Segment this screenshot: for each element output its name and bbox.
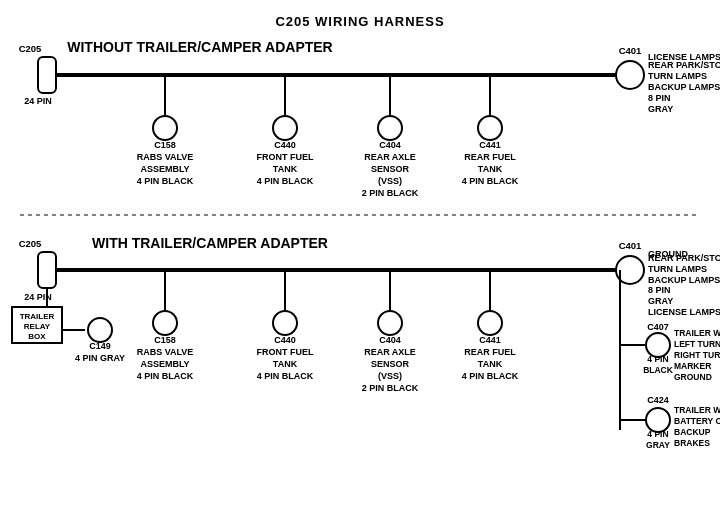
section1-c441-desc2: TANK <box>478 164 503 174</box>
section1-c440-desc3: 4 PIN BLACK <box>257 176 314 186</box>
section2-c424-id: C424 <box>647 395 669 405</box>
section1-right-desc1: REAR PARK/STOP <box>648 60 720 70</box>
section2-left-rect <box>38 252 56 288</box>
section1-c440-id: C440 <box>274 140 296 150</box>
section2-c440-circle <box>273 311 297 335</box>
section2-c407-desc2: LEFT TURN <box>674 339 720 349</box>
section2-right-license: LICENSE LAMPS <box>648 307 720 317</box>
section2-c424-desc2: BATTERY CHARGE <box>674 416 720 426</box>
section2-relay-label1: TRAILER <box>20 312 55 321</box>
section2-c407-pin: 4 PIN <box>647 354 668 364</box>
section1-c441-id: C441 <box>479 140 501 150</box>
section2-c158-desc3: 4 PIN BLACK <box>137 371 194 381</box>
section2-relay-box <box>12 307 62 343</box>
section2-c404-circle <box>378 311 402 335</box>
section1-right-color: GRAY <box>648 104 673 114</box>
section2-left-pin: 24 PIN <box>24 292 52 302</box>
section2-c158-id: C158 <box>154 335 176 345</box>
section1-c404-desc4: 2 PIN BLACK <box>362 188 419 198</box>
section1-c404-id: C404 <box>379 140 401 150</box>
section1-right-license: LICENSE LAMPS <box>648 52 720 62</box>
section2-right-id: C401 <box>619 240 642 251</box>
section2-c424-pin: 4 PIN <box>647 429 668 439</box>
section2-c158-desc1: RABS VALVE <box>137 347 194 357</box>
section1-c158-desc2: ASSEMBLY <box>140 164 189 174</box>
section2-c440-desc3: 4 PIN BLACK <box>257 371 314 381</box>
section2-c441-circle <box>478 311 502 335</box>
section1-c404-desc1: REAR AXLE <box>364 152 416 162</box>
section2-c424-desc4: BRAKES <box>674 438 710 448</box>
section1-c440-desc2: TANK <box>273 164 298 174</box>
section2-relay-label2: RELAY <box>24 322 51 331</box>
section1-c404-desc2: SENSOR <box>371 164 410 174</box>
section2-left-id: C205 <box>19 238 42 249</box>
section2-relay-label3: BOX <box>28 332 46 341</box>
section2-c158-desc2: ASSEMBLY <box>140 359 189 369</box>
section2-c149-pin: 4 PIN GRAY <box>75 353 125 363</box>
diagram-container: C205 WIRING HARNESS WITHOUT TRAILER/CAMP… <box>0 0 720 500</box>
section1-title: WITHOUT TRAILER/CAMPER ADAPTER <box>67 39 332 55</box>
section1-left-id: C205 <box>19 43 42 54</box>
section1-c158-circle <box>153 116 177 140</box>
section1-right-desc2: TURN LAMPS <box>648 71 707 81</box>
section2-right-circle <box>616 256 644 284</box>
section2-c407-color: BLACK <box>643 365 674 375</box>
section2-c404-desc2: SENSOR <box>371 359 410 369</box>
section1-c441-circle <box>478 116 502 140</box>
section2-c440-desc2: TANK <box>273 359 298 369</box>
section1-c441-desc1: REAR FUEL <box>464 152 516 162</box>
section2-right-color: GRAY <box>648 296 673 306</box>
section1-c441-desc3: 4 PIN BLACK <box>462 176 519 186</box>
section2-right-pin: 8 PIN <box>648 285 671 295</box>
section2-c424-desc3: BACKUP <box>674 427 711 437</box>
section1-c158-desc1: RABS VALVE <box>137 152 194 162</box>
section1-c404-desc3: (VSS) <box>378 176 402 186</box>
section1-c158-id: C158 <box>154 140 176 150</box>
section2-c440-desc1: FRONT FUEL <box>257 347 314 357</box>
section1-left-rect <box>38 57 56 93</box>
section2-c441-id: C441 <box>479 335 501 345</box>
section2-c441-desc1: REAR FUEL <box>464 347 516 357</box>
section2-c424-circle <box>646 408 670 432</box>
section2-c404-desc1: REAR AXLE <box>364 347 416 357</box>
section2-c441-desc2: TANK <box>478 359 503 369</box>
section2-right-desc1: REAR PARK/STOP <box>648 253 720 263</box>
section1-left-pin: 24 PIN <box>24 96 52 106</box>
section2-title: WITH TRAILER/CAMPER ADAPTER <box>92 235 328 251</box>
section1-right-id: C401 <box>619 45 642 56</box>
section2-right-desc3: BACKUP LAMPS <box>648 275 720 285</box>
section2-c407-desc4: MARKER <box>674 361 711 371</box>
section2-c149-id: C149 <box>89 341 111 351</box>
section2-right-ground: GROUND <box>648 249 688 259</box>
section2-c407-circle <box>646 333 670 357</box>
section1-right-desc3: BACKUP LAMPS <box>648 82 720 92</box>
section1-c440-circle <box>273 116 297 140</box>
page-title: C205 WIRING HARNESS <box>0 6 720 29</box>
section1-c158-desc3: 4 PIN BLACK <box>137 176 194 186</box>
section2-c158-circle <box>153 311 177 335</box>
section2-c404-desc3: (VSS) <box>378 371 402 381</box>
section2-c407-desc5: GROUND <box>674 372 712 382</box>
section2-c149-circle <box>88 318 112 342</box>
section2-right-desc2: TURN LAMPS <box>648 264 707 274</box>
section2-c407-id: C407 <box>647 322 669 332</box>
wiring-diagram-svg: WITHOUT TRAILER/CAMPER ADAPTER C205 24 P… <box>0 0 720 517</box>
section1-right-circle <box>616 61 644 89</box>
section2-c441-desc3: 4 PIN BLACK <box>462 371 519 381</box>
section1-c404-circle <box>378 116 402 140</box>
section2-c424-desc1: TRAILER WIRES <box>674 405 720 415</box>
section1-right-pin: 8 PIN <box>648 93 671 103</box>
section2-c404-desc4: 2 PIN BLACK <box>362 383 419 393</box>
section2-c407-desc3: RIGHT TURN <box>674 350 720 360</box>
section2-c407-desc1: TRAILER WIRES <box>674 328 720 338</box>
section2-c424-color: GRAY <box>646 440 670 450</box>
section2-c440-id: C440 <box>274 335 296 345</box>
section2-c404-id: C404 <box>379 335 401 345</box>
section1-c440-desc1: FRONT FUEL <box>257 152 314 162</box>
